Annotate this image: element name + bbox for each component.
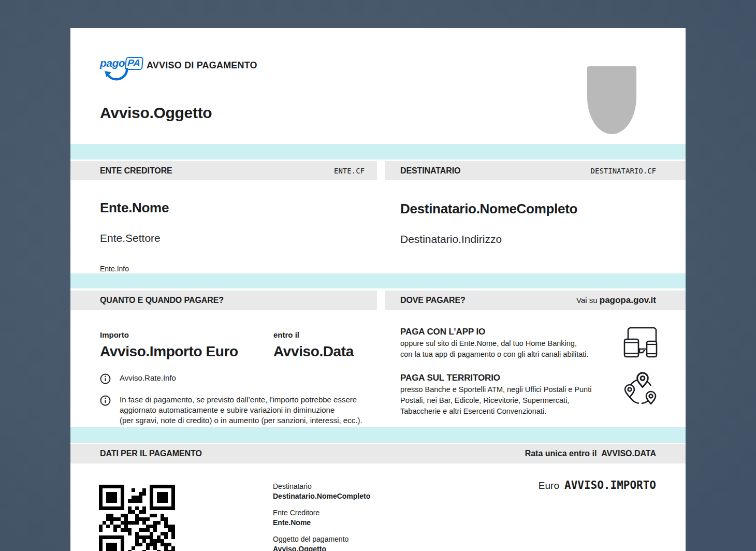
rata-unica-text: Rata unica entro il AVVISO.DATA <box>525 449 656 458</box>
ente-nome: Ente.Nome <box>100 200 169 216</box>
field-destinatario: Destinatario Destinatario.NomeCompleto <box>273 482 370 501</box>
devices-icon <box>623 327 658 358</box>
section-header-dove: DOVE PAGARE? Vai su pagopa.gov.it <box>385 291 686 310</box>
ente-logo-placeholder <box>587 66 636 134</box>
pagopa-arrow-icon <box>103 67 130 83</box>
euro-amount-value: AVVISO.IMPORTO <box>564 479 656 491</box>
importo-note-row: In fase di pagamento, se previsto dall’e… <box>100 395 362 426</box>
paga-con-app-io-body: oppure sul sito di Ente.Nome, dal tuo Ho… <box>400 338 589 360</box>
field-oggetto-pagamento: Oggetto del pagamento Avviso.Oggetto <box>273 534 370 551</box>
body-line: con la tua app di pagamento o con gli al… <box>400 349 589 360</box>
note-line: (per sgravi, note di credito) o in aumen… <box>120 415 362 426</box>
field-ente-creditore: Ente Creditore Ente.Nome <box>273 508 370 528</box>
ente-settore: Ente.Settore <box>100 232 161 244</box>
field-value: Avviso.Oggetto <box>273 544 370 551</box>
info-icon <box>100 373 111 384</box>
importo-label: Importo <box>100 330 129 339</box>
field-value: Ente.Nome <box>273 518 370 528</box>
section-header-ente-creditore: ENTE CREDITORE ENTE.CF <box>70 161 377 180</box>
ente-creditore-title: ENTE CREDITORE <box>100 166 172 176</box>
rata-data-value: AVVISO.DATA <box>601 449 656 458</box>
scadenza-value: Avviso.Data <box>273 343 354 360</box>
vai-su-label: Vai su <box>576 296 598 304</box>
ente-cf-value: ENTE.CF <box>334 167 365 175</box>
body-line: presso Banche e Sportelli ATM, negli Uff… <box>400 384 591 395</box>
destinatario-title: DESTINATARIO <box>400 166 460 176</box>
quanto-title: QUANTO E QUANDO PAGARE? <box>100 296 224 305</box>
body-line: Postali, nei Bar, Edicole, Ricevitorie, … <box>400 395 591 406</box>
note-line: In fase di pagamento, se previsto dall’e… <box>120 395 362 405</box>
field-label: Oggetto del pagamento <box>273 534 370 544</box>
divider-band <box>70 273 686 288</box>
payment-summary-fields: Destinatario Destinatario.NomeCompleto E… <box>273 482 370 551</box>
field-label: Destinatario <box>273 482 370 491</box>
body-line: oppure sul sito di Ente.Nome, dal tuo Ho… <box>400 338 589 349</box>
doc-type-heading: AVVISO DI PAGAMENTO <box>147 60 257 71</box>
territory-pins-icon <box>621 370 660 408</box>
dove-title: DOVE PAGARE? <box>400 296 466 305</box>
pagopa-logo: pagoPA <box>100 57 141 86</box>
destinatario-nome-completo: Destinatario.NomeCompleto <box>400 201 577 217</box>
paga-sul-territorio-body: presso Banche e Sportelli ATM, negli Uff… <box>400 384 591 417</box>
vai-su-link: Vai su pagopa.gov.it <box>576 295 656 306</box>
rata-label: Rata unica entro il <box>525 449 597 458</box>
destinatario-indirizzo: Destinatario.Indirizzo <box>400 233 502 245</box>
rate-info-text: Avviso.Rate.Info <box>120 373 176 383</box>
paga-sul-territorio-title: PAGA SUL TERRITORIO <box>400 373 500 383</box>
note-line: aggiornato automaticamente e subire vari… <box>120 405 362 415</box>
field-label: Ente Creditore <box>273 508 370 518</box>
pagopa-gov-it-url: pagopa.gov.it <box>600 295 656 305</box>
page-title: Avviso.Oggetto <box>100 104 212 122</box>
destinatario-cf-value: DESTINATARIO.CF <box>591 167 656 175</box>
qr-code <box>99 485 175 551</box>
body-line: Tabaccherie e altri Esercenti Convenzion… <box>400 406 591 417</box>
entro-il-label: entro il <box>273 330 299 339</box>
section-header-quanto: QUANTO E QUANDO PAGARE? <box>70 291 377 310</box>
euro-label: Euro <box>539 480 559 491</box>
field-value: Destinatario.NomeCompleto <box>273 491 370 501</box>
amount-line: EuroAVVISO.IMPORTO <box>539 479 656 491</box>
info-icon <box>100 395 111 406</box>
rate-info-row: Avviso.Rate.Info <box>100 373 176 384</box>
importo-note-text: In fase di pagamento, se previsto dall’e… <box>120 395 362 426</box>
importo-value: Avviso.Importo Euro <box>100 343 238 360</box>
ente-info: Ente.Info <box>100 265 129 273</box>
divider-band <box>70 427 686 443</box>
divider-band <box>70 144 686 160</box>
section-header-dati-pagamento: DATI PER IL PAGAMENTO Rata unica entro i… <box>70 444 686 463</box>
dati-pagamento-title: DATI PER IL PAGAMENTO <box>100 449 202 458</box>
payment-notice-page: pagoPA AVVISO DI PAGAMENTO Avviso.Oggett… <box>70 28 686 551</box>
paga-con-app-io-title: PAGA CON L’APP IO <box>400 327 485 337</box>
section-header-destinatario: DESTINATARIO DESTINATARIO.CF <box>385 161 686 180</box>
